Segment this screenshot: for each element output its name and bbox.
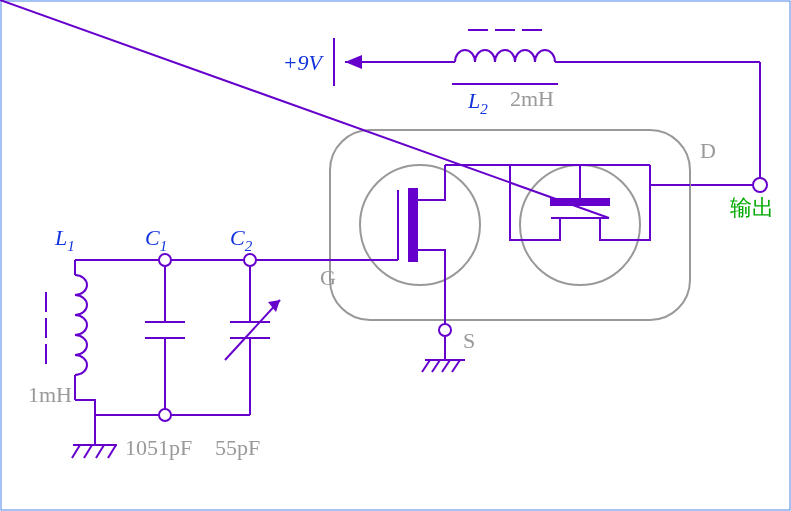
inductor-L2 <box>452 30 558 84</box>
wire-output-rail <box>690 62 760 185</box>
capacitor-C1 <box>145 260 185 415</box>
C2-value: 55pF <box>215 435 260 460</box>
capacitor-C2-variable <box>225 260 280 415</box>
supply-arrow <box>345 55 362 69</box>
svg-line-40 <box>108 445 116 458</box>
node-c1-bot <box>159 409 171 421</box>
L1-value: 1mH <box>28 382 72 407</box>
fet-left <box>300 165 480 330</box>
C1-value: 1051pF <box>125 435 192 460</box>
svg-line-16 <box>422 360 430 372</box>
L1-label: L1 <box>54 225 75 254</box>
L2-value: 2mH <box>510 86 554 111</box>
output-terminal <box>753 178 767 192</box>
fet-right <box>0 0 650 285</box>
svg-line-17 <box>432 360 440 372</box>
svg-line-38 <box>84 445 92 458</box>
wire-to-drain <box>650 165 690 185</box>
ground-tank <box>72 415 117 458</box>
svg-rect-7 <box>408 188 418 262</box>
svg-line-37 <box>72 445 80 458</box>
svg-line-39 <box>96 445 104 458</box>
circuit-diagram: +9V L2 2mH <box>0 0 791 511</box>
ground-source <box>422 324 465 372</box>
svg-line-18 <box>442 360 450 372</box>
pin-D: D <box>700 138 716 163</box>
node-c2-top <box>244 254 256 266</box>
output-label: 输出 <box>730 195 774 220</box>
svg-point-13 <box>439 324 451 336</box>
node-c1-top <box>159 254 171 266</box>
frame <box>1 1 790 510</box>
L2-label: L2 <box>467 88 488 117</box>
C1-label: C1 <box>145 225 167 254</box>
svg-point-4 <box>360 165 480 285</box>
supply-label: +9V <box>283 50 325 75</box>
pin-G: G <box>320 265 336 290</box>
svg-line-33 <box>225 300 280 360</box>
svg-line-19 <box>452 360 460 372</box>
pin-S: S <box>463 328 475 353</box>
C2-label: C2 <box>230 225 253 254</box>
